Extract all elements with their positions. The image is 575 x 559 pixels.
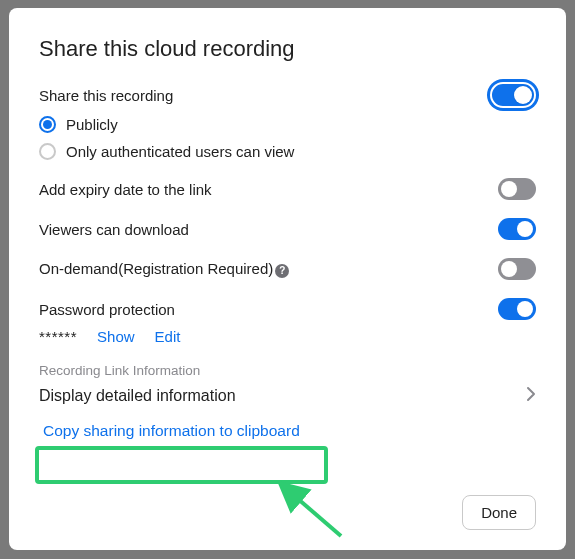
share-visibility-radio-group: Publicly Only authenticated users can vi…: [39, 116, 536, 160]
expiry-row: Add expiry date to the link: [39, 178, 536, 200]
annotation-arrow-icon: [269, 474, 349, 544]
copy-sharing-info-link[interactable]: Copy sharing information to clipboard: [39, 416, 304, 446]
chevron-right-icon: [526, 386, 536, 406]
password-controls: ****** Show Edit: [39, 328, 536, 345]
radio-icon: [39, 143, 56, 160]
download-row: Viewers can download: [39, 218, 536, 240]
svg-line-0: [283, 486, 341, 536]
modal-footer: Done: [462, 495, 536, 530]
display-detailed-label: Display detailed information: [39, 387, 236, 405]
radio-label: Publicly: [66, 116, 118, 133]
on-demand-toggle[interactable]: [498, 258, 536, 280]
share-recording-modal: Share this cloud recording Share this re…: [9, 8, 566, 550]
share-recording-row: Share this recording: [39, 82, 536, 108]
annotation-highlight-box: [35, 446, 328, 484]
link-info-header: Recording Link Information: [39, 363, 536, 378]
download-toggle[interactable]: [498, 218, 536, 240]
radio-authenticated-only[interactable]: Only authenticated users can view: [39, 143, 536, 160]
password-row: Password protection: [39, 298, 536, 320]
expiry-toggle[interactable]: [498, 178, 536, 200]
download-label: Viewers can download: [39, 221, 189, 238]
expiry-label: Add expiry date to the link: [39, 181, 212, 198]
share-recording-toggle[interactable]: [490, 82, 536, 108]
done-button[interactable]: Done: [462, 495, 536, 530]
help-icon[interactable]: ?: [275, 264, 289, 278]
password-toggle[interactable]: [498, 298, 536, 320]
password-edit-link[interactable]: Edit: [155, 328, 181, 345]
password-masked: ******: [39, 328, 77, 345]
modal-title: Share this cloud recording: [39, 36, 536, 62]
on-demand-row: On-demand(Registration Required)?: [39, 258, 536, 280]
password-label: Password protection: [39, 301, 175, 318]
radio-icon: [39, 116, 56, 133]
on-demand-label: On-demand(Registration Required)?: [39, 260, 289, 277]
radio-publicly[interactable]: Publicly: [39, 116, 536, 133]
share-recording-label: Share this recording: [39, 87, 173, 104]
display-detailed-row[interactable]: Display detailed information: [39, 386, 536, 406]
password-show-link[interactable]: Show: [97, 328, 135, 345]
radio-label: Only authenticated users can view: [66, 143, 294, 160]
